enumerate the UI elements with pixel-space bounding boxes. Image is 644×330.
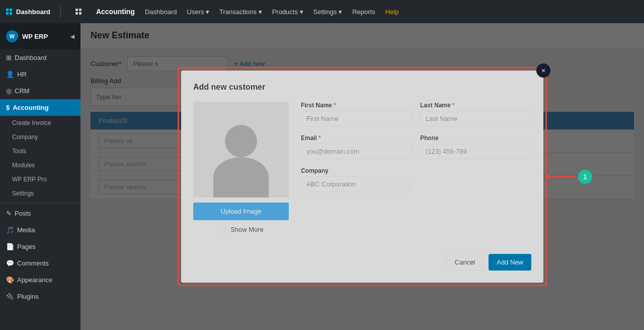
sidebar-item-pages[interactable]: 📄 Pages	[0, 238, 80, 255]
main-layout: W WP ERP ◀ ⊞ Dashboard 👤 HR ◎ CRM $ Acco…	[0, 23, 644, 330]
avatar-placeholder	[193, 102, 289, 197]
add-new-button[interactable]: Add New	[489, 254, 531, 271]
phone-group: Phone	[420, 135, 531, 159]
plugins-icon: 🔌	[6, 293, 14, 300]
nav-users[interactable]: Users ▾	[187, 8, 210, 16]
phone-label: Phone	[420, 135, 531, 142]
posts-icon: ✎	[6, 210, 12, 217]
modal-title: Add new customer	[193, 83, 531, 92]
annotation-arrow: 1	[545, 170, 592, 184]
modal-container: × Add new customer	[178, 67, 547, 286]
sidebar-item-hr[interactable]: 👤 HR	[0, 66, 80, 83]
company-row: Company	[301, 167, 531, 192]
nav-help[interactable]: Help	[385, 8, 399, 16]
name-field-row: First Name * Last Name *	[301, 102, 531, 126]
wp-erp-icon: W	[6, 30, 18, 42]
nav-products[interactable]: Products ▾	[272, 8, 303, 16]
required-star: *	[334, 102, 336, 109]
email-group: Email *	[301, 135, 412, 159]
grid-icon	[6, 9, 12, 15]
dashboard-label: Dashboard	[16, 8, 50, 16]
sidebar: W WP ERP ◀ ⊞ Dashboard 👤 HR ◎ CRM $ Acco…	[0, 23, 80, 330]
pages-icon: 📄	[6, 243, 14, 250]
sidebar-item-create-invoice[interactable]: Create Invoice	[0, 116, 80, 130]
upload-image-button[interactable]: Upload Image	[193, 203, 289, 220]
sidebar-item-settings[interactable]: Settings	[0, 186, 80, 201]
avatar-body	[213, 157, 269, 197]
add-customer-modal: × Add new customer	[181, 71, 543, 283]
svg-rect-2	[75, 12, 78, 15]
sidebar-header-label: WP ERP	[22, 33, 48, 40]
modal-overlay: × Add new customer	[80, 23, 644, 330]
sidebar-item-crm[interactable]: ◎ CRM	[0, 83, 80, 99]
dashboard-logo[interactable]: Dashboard	[6, 8, 50, 16]
last-name-label: Last Name *	[420, 102, 531, 109]
accounting-nav: Accounting Dashboard Users ▾ Transaction…	[96, 8, 399, 16]
show-more-row: Show More	[218, 225, 264, 233]
accounting-icon: $	[6, 104, 10, 111]
first-name-label: First Name *	[301, 102, 412, 109]
last-name-group: Last Name *	[420, 102, 531, 126]
avatar-figure	[213, 125, 269, 197]
required-star: *	[452, 102, 455, 109]
svg-rect-0	[75, 9, 78, 11]
first-name-input[interactable]	[301, 111, 412, 126]
appearance-icon: 🎨	[6, 276, 14, 284]
nav-transactions[interactable]: Transactions ▾	[219, 8, 262, 16]
show-more-checkbox[interactable]	[218, 225, 226, 233]
sidebar-item-modules[interactable]: Modules	[0, 158, 80, 172]
sidebar-item-media[interactable]: 🎵 Media	[0, 222, 80, 238]
sidebar-item-tools[interactable]: Tools	[0, 144, 80, 158]
last-name-input[interactable]	[420, 111, 531, 126]
nav-dashboard[interactable]: Dashboard	[145, 8, 177, 16]
sidebar-divider-1	[0, 203, 80, 203]
sidebar-item-comments[interactable]: 💬 Comments	[0, 255, 80, 272]
badge-number: 1	[578, 170, 592, 184]
modal-border: × Add new customer	[178, 67, 547, 286]
sidebar-item-company[interactable]: Company	[0, 130, 80, 144]
show-more-label: Show More	[230, 226, 264, 233]
sidebar-item-plugins[interactable]: 🔌 Plugins	[0, 288, 80, 305]
avatar-section: Upload Image Show More	[193, 102, 289, 233]
accounting-title: Accounting	[96, 8, 135, 16]
nav-settings[interactable]: Settings ▾	[313, 8, 343, 16]
email-input[interactable]	[301, 144, 412, 159]
sidebar-item-posts[interactable]: ✎ Posts	[0, 205, 80, 222]
avatar-head	[225, 125, 257, 157]
sidebar-item-appearance[interactable]: 🎨 Appearance	[0, 272, 80, 288]
email-phone-row: Email * Phone	[301, 135, 531, 159]
dashboard-icon: ⊞	[6, 54, 12, 61]
hr-icon: 👤	[6, 71, 14, 78]
svg-rect-1	[79, 9, 82, 11]
cancel-button[interactable]: Cancel	[446, 254, 484, 271]
email-label: Email *	[301, 135, 412, 142]
modal-body: Upload Image Show More	[193, 102, 531, 233]
accounting-app-icon	[71, 6, 86, 17]
top-bar: Dashboard Accounting Dashboard Users ▾ T…	[0, 0, 644, 23]
sidebar-header: W WP ERP ◀	[0, 23, 80, 49]
arrow-line	[545, 176, 575, 177]
modal-close-button[interactable]: ×	[536, 63, 550, 78]
content-area: New Estimate Customer* + Add new Billing…	[80, 23, 644, 330]
sidebar-item-accounting[interactable]: $ Accounting	[0, 99, 80, 116]
svg-rect-3	[79, 12, 82, 15]
phone-input[interactable]	[420, 144, 531, 159]
company-group: Company	[301, 167, 409, 192]
modal-fields: First Name * Last Name *	[301, 102, 531, 233]
comments-icon: 💬	[6, 259, 14, 267]
nav-reports[interactable]: Reports	[352, 8, 375, 16]
modal-footer: Cancel Add New	[193, 245, 531, 271]
media-icon: 🎵	[6, 226, 14, 234]
required-star: *	[318, 135, 321, 142]
crm-icon: ◎	[6, 87, 12, 95]
sidebar-item-wp-erp-pro[interactable]: WP ERP Pro	[0, 172, 80, 186]
first-name-group: First Name *	[301, 102, 412, 126]
company-label: Company	[301, 167, 409, 174]
company-input[interactable]	[301, 176, 409, 192]
sidebar-item-dashboard[interactable]: ⊞ Dashboard	[0, 49, 80, 66]
